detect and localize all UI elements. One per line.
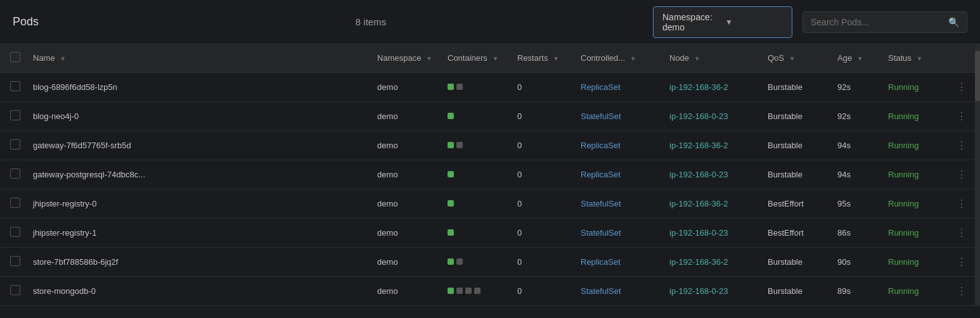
pod-containers [440,247,510,276]
table-row: blog-neo4j-0demo0StatefulSetip-192-168-0… [0,101,980,130]
container-not-ready-dot [456,84,463,90]
pod-controlled-by[interactable]: ReplicaSet [573,160,662,189]
pod-status: Running [880,189,944,218]
scrollbar-thumb[interactable] [975,51,980,101]
pod-restarts: 0 [510,218,573,247]
controlled-link[interactable]: StatefulSet [581,228,621,238]
pod-name: jhipster-registry-1 [25,218,370,247]
pod-status: Running [880,72,944,101]
container-ready-dot [448,229,454,236]
controlled-link[interactable]: StatefulSet [581,286,621,296]
controlled-link[interactable]: StatefulSet [581,199,621,208]
node-link[interactable]: ip-192-168-36-2 [669,199,728,208]
container-not-ready-dot [465,288,472,294]
row-menu-button[interactable]: ⋮ [951,254,972,270]
pod-node[interactable]: ip-192-168-36-2 [662,130,760,160]
namespace-label: Namespace: demo [662,12,720,32]
container-ready-dot [448,84,454,90]
col-containers[interactable]: Containers ▼ [440,44,510,72]
table-row: store-mongodb-0demo0StatefulSetip-192-16… [0,276,980,305]
controlled-link[interactable]: ReplicaSet [581,141,621,150]
row-checkbox[interactable] [10,256,20,266]
pod-node[interactable]: ip-192-168-36-2 [662,247,760,276]
search-icon: 🔍 [948,17,959,27]
col-name[interactable]: Name ▼ [25,44,370,72]
pod-namespace: demo [370,101,440,130]
row-checkbox[interactable] [10,169,20,179]
pod-containers [440,218,510,247]
pod-controlled-by[interactable]: StatefulSet [573,218,662,247]
pod-qos: Burstable [760,276,830,305]
node-link[interactable]: ip-192-168-0-23 [669,228,728,238]
pod-containers [440,72,510,101]
row-checkbox-cell [0,247,25,276]
namespace-dropdown[interactable]: Namespace: demo ▼ [653,6,792,38]
col-node[interactable]: Node ▼ [662,44,760,72]
pod-node[interactable]: ip-192-168-0-23 [662,160,760,189]
row-menu-button[interactable]: ⋮ [951,225,972,241]
col-qos[interactable]: QoS ▼ [760,44,830,72]
controlled-link[interactable]: ReplicaSet [581,170,621,179]
row-checkbox[interactable] [10,110,20,120]
col-namespace[interactable]: Namespace ▼ [370,44,440,72]
pod-restarts: 0 [510,72,573,101]
pod-node[interactable]: ip-192-168-36-2 [662,189,760,218]
row-checkbox[interactable] [10,198,20,208]
pod-age: 92s [830,101,880,130]
row-menu-button[interactable]: ⋮ [951,196,972,212]
pod-controlled-by[interactable]: ReplicaSet [573,130,662,160]
table-row: jhipster-registry-1demo0StatefulSetip-19… [0,218,980,247]
pod-qos: Burstable [760,160,830,189]
col-controlled[interactable]: Controlled... ▼ [573,44,662,72]
pod-status: Running [880,160,944,189]
row-menu-button[interactable]: ⋮ [951,283,972,299]
pod-age: 94s [830,160,880,189]
node-link[interactable]: ip-192-168-0-23 [669,286,728,296]
pod-controlled-by[interactable]: ReplicaSet [573,247,662,276]
col-status[interactable]: Status ▼ [880,44,944,72]
pod-controlled-by[interactable]: StatefulSet [573,101,662,130]
pod-qos: Burstable [760,130,830,160]
pod-node[interactable]: ip-192-168-0-23 [662,101,760,130]
pod-controlled-by[interactable]: StatefulSet [573,189,662,218]
node-link[interactable]: ip-192-168-36-2 [669,82,728,92]
col-restarts[interactable]: Restarts ▼ [510,44,573,72]
select-all-checkbox[interactable] [0,44,25,72]
scrollbar-track[interactable] [975,44,980,306]
search-input[interactable] [811,17,943,27]
header-checkbox[interactable] [10,52,20,62]
pod-node[interactable]: ip-192-168-0-23 [662,276,760,305]
controlled-link[interactable]: StatefulSet [581,111,621,121]
controlled-link[interactable]: ReplicaSet [581,257,621,267]
pod-node[interactable]: ip-192-168-36-2 [662,72,760,101]
page-header: Pods 8 items Namespace: demo ▼ 🔍 [0,0,980,44]
row-checkbox-cell [0,72,25,101]
row-menu-button[interactable]: ⋮ [951,108,972,124]
node-link[interactable]: ip-192-168-0-23 [669,111,728,121]
node-link[interactable]: ip-192-168-36-2 [669,257,728,267]
row-menu-button[interactable]: ⋮ [951,79,972,95]
pod-controlled-by[interactable]: ReplicaSet [573,72,662,101]
pod-status: Running [880,247,944,276]
row-checkbox-cell [0,276,25,305]
node-link[interactable]: ip-192-168-0-23 [669,170,728,179]
sort-icon-qos: ▼ [789,55,796,62]
pod-namespace: demo [370,160,440,189]
sort-icon-containers: ▼ [493,55,499,62]
node-link[interactable]: ip-192-168-36-2 [669,141,728,150]
pod-qos: BestEffort [760,189,830,218]
row-checkbox[interactable] [10,81,20,91]
container-ready-dot [448,258,454,265]
pod-controlled-by[interactable]: StatefulSet [573,276,662,305]
pod-namespace: demo [370,247,440,276]
col-age[interactable]: Age ▼ [830,44,880,72]
row-checkbox[interactable] [10,227,20,237]
pod-node[interactable]: ip-192-168-0-23 [662,218,760,247]
sort-icon-status: ▼ [916,55,922,62]
row-menu-button[interactable]: ⋮ [951,137,972,153]
row-checkbox[interactable] [10,285,20,295]
table-row: jhipster-registry-0demo0StatefulSetip-19… [0,189,980,218]
row-checkbox[interactable] [10,139,20,149]
row-menu-button[interactable]: ⋮ [951,167,972,182]
controlled-link[interactable]: ReplicaSet [581,82,621,92]
